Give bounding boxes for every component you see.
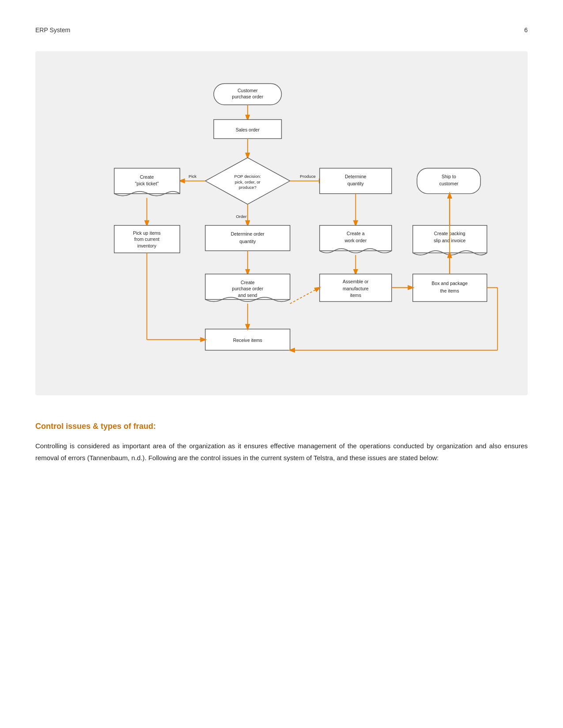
svg-text:inventory: inventory bbox=[137, 243, 157, 248]
svg-text:"pick ticket": "pick ticket" bbox=[135, 181, 159, 186]
svg-text:Receive items: Receive items bbox=[233, 338, 262, 343]
svg-text:pick, order, or: pick, order, or bbox=[235, 180, 261, 184]
page: ERP System 6 Customer purchase order Sal… bbox=[0, 0, 563, 728]
svg-text:Determine order: Determine order bbox=[231, 231, 265, 236]
svg-text:Pick up items: Pick up items bbox=[133, 230, 161, 236]
svg-text:Determine: Determine bbox=[345, 174, 367, 179]
svg-text:Order: Order bbox=[236, 214, 247, 219]
svg-text:purchase order: purchase order bbox=[232, 94, 263, 99]
svg-text:Create a: Create a bbox=[347, 231, 365, 236]
svg-text:quantity: quantity bbox=[348, 181, 364, 186]
svg-text:POP decision:: POP decision: bbox=[234, 174, 261, 179]
svg-rect-51 bbox=[413, 274, 487, 301]
svg-text:Create: Create bbox=[241, 280, 255, 285]
svg-text:manufacture: manufacture bbox=[343, 286, 369, 291]
svg-text:work order: work order bbox=[344, 238, 367, 243]
svg-rect-25 bbox=[205, 225, 290, 251]
svg-text:quantity: quantity bbox=[239, 239, 256, 244]
svg-text:Pick: Pick bbox=[189, 174, 196, 179]
svg-text:purchase order: purchase order bbox=[232, 286, 263, 291]
svg-line-68 bbox=[290, 288, 320, 304]
header-title: ERP System bbox=[35, 26, 70, 34]
svg-text:customer: customer bbox=[439, 181, 459, 186]
svg-text:Produce: Produce bbox=[300, 174, 316, 179]
text-section: Control issues & types of fraud: Control… bbox=[35, 422, 528, 464]
svg-text:from current: from current bbox=[134, 236, 159, 242]
page-header: ERP System 6 bbox=[35, 26, 528, 34]
header-page-number: 6 bbox=[524, 26, 528, 34]
svg-text:items: items bbox=[350, 293, 361, 298]
svg-text:Assemble or: Assemble or bbox=[343, 279, 369, 284]
svg-text:the items: the items bbox=[440, 288, 459, 293]
body-text: Controlling is considered as important a… bbox=[35, 440, 528, 464]
svg-text:Ship to: Ship to bbox=[442, 174, 456, 179]
svg-text:Sales order: Sales order bbox=[236, 127, 260, 132]
svg-text:Box and package: Box and package bbox=[432, 281, 468, 286]
section-heading: Control issues & types of fraud: bbox=[35, 422, 528, 431]
diagram-container: Customer purchase order Sales order POP … bbox=[35, 51, 528, 395]
svg-text:Customer: Customer bbox=[238, 88, 258, 93]
svg-text:and send: and send bbox=[238, 293, 257, 298]
svg-text:Create: Create bbox=[140, 174, 154, 180]
flowchart-svg: Customer purchase order Sales order POP … bbox=[49, 69, 514, 378]
svg-text:produce?: produce? bbox=[239, 185, 257, 190]
